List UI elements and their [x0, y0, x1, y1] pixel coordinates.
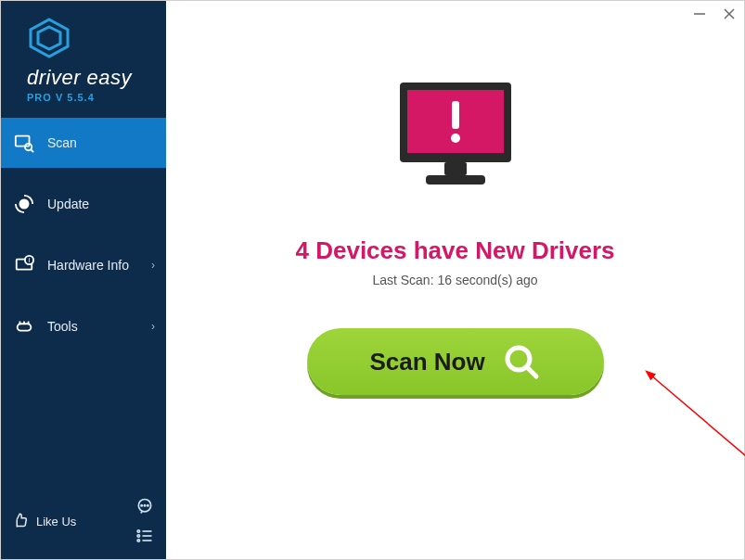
thumbs-up-icon	[12, 512, 29, 531]
sidebar-item-label: Update	[47, 197, 89, 211]
sidebar-item-label: Scan	[47, 135, 77, 150]
update-icon	[14, 194, 34, 214]
scan-now-label: Scan Now	[369, 348, 484, 376]
feedback-icon[interactable]	[135, 496, 155, 516]
annotation-arrow-icon	[644, 370, 745, 485]
svg-point-8	[19, 199, 30, 210]
svg-point-14	[141, 505, 142, 506]
scan-icon	[14, 133, 34, 153]
brand-name: driver easy	[27, 66, 151, 90]
main-content: 4 Devices have New Drivers Last Scan: 16…	[166, 1, 744, 559]
svg-line-30	[527, 367, 536, 376]
app-window: driver easy PRO V 5.5.4 Scan	[0, 0, 745, 560]
svg-rect-12	[18, 324, 32, 330]
brand-version: PRO V 5.5.4	[27, 92, 151, 103]
svg-rect-25	[452, 101, 459, 129]
scan-result-headline: 4 Devices have New Drivers	[296, 236, 615, 265]
sidebar-item-update[interactable]: Update	[1, 179, 166, 229]
hardware-info-icon: i	[14, 255, 34, 275]
sidebar-item-scan[interactable]: Scan	[1, 118, 166, 168]
sidebar-item-label: Tools	[47, 319, 78, 334]
chevron-right-icon: ›	[151, 259, 155, 272]
brand-logo-icon	[27, 18, 151, 58]
sidebar-extra-icons	[135, 496, 155, 546]
svg-point-26	[451, 134, 460, 143]
svg-rect-27	[444, 162, 467, 175]
chevron-right-icon: ›	[151, 320, 155, 333]
like-us-label: Like Us	[36, 515, 76, 528]
sidebar-bottom: Like Us	[1, 487, 166, 559]
svg-point-16	[148, 505, 148, 506]
svg-marker-3	[31, 19, 68, 57]
svg-rect-28	[426, 175, 485, 185]
svg-line-31	[651, 375, 745, 472]
sidebar-item-label: Hardware Info	[47, 258, 129, 273]
svg-point-17	[137, 530, 140, 533]
last-scan-text: Last Scan: 16 second(s) ago	[372, 273, 537, 287]
like-us-button[interactable]: Like Us	[12, 512, 76, 531]
svg-marker-4	[38, 27, 60, 49]
sidebar-item-hardware-info[interactable]: i Hardware Info ›	[1, 240, 166, 290]
svg-line-7	[31, 149, 33, 152]
sidebar: driver easy PRO V 5.5.4 Scan	[1, 1, 166, 559]
sidebar-item-tools[interactable]: Tools ›	[1, 301, 166, 351]
list-menu-icon[interactable]	[135, 526, 155, 546]
svg-point-15	[144, 505, 145, 506]
svg-point-19	[137, 535, 140, 538]
monitor-illustration	[381, 66, 530, 218]
sidebar-menu: Scan Update i	[1, 118, 166, 363]
scan-now-button[interactable]: Scan Now	[307, 328, 604, 395]
monitor-alert-icon	[381, 66, 530, 218]
tools-icon	[14, 316, 34, 337]
search-icon	[502, 342, 541, 381]
brand-block: driver easy PRO V 5.5.4	[1, 1, 166, 112]
svg-point-21	[137, 540, 140, 542]
